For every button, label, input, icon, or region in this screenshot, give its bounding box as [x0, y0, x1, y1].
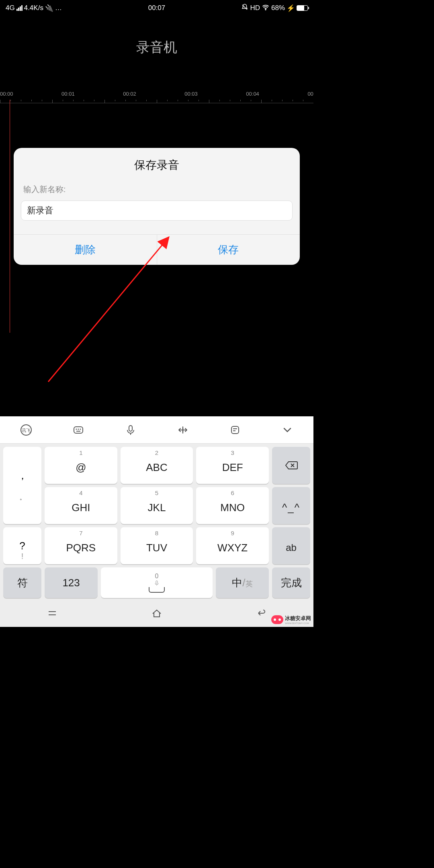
keyboard-mode-icon[interactable]	[70, 422, 86, 438]
playhead	[10, 100, 10, 333]
usb-icon: 🔌	[45, 4, 53, 12]
key-6[interactable]: 6MNO	[196, 487, 269, 524]
charging-icon: ⚡	[287, 4, 295, 12]
key-ab[interactable]: ab	[272, 527, 310, 564]
name-input[interactable]	[21, 201, 293, 221]
delete-button[interactable]: 删除	[14, 235, 157, 265]
battery-icon	[297, 5, 308, 11]
svg-point-6	[78, 428, 79, 430]
key-backspace[interactable]	[272, 447, 310, 484]
backspace-icon	[285, 461, 298, 470]
key-9[interactable]: 9WXYZ	[196, 527, 269, 564]
tl-label: 00:04	[246, 91, 259, 97]
more-dots: …	[55, 4, 62, 12]
net-speed: 4.4K/s	[24, 4, 43, 12]
wifi-icon	[262, 4, 270, 13]
save-button[interactable]: 保存	[157, 235, 300, 265]
signal-icon	[16, 5, 23, 11]
keyboard-toolbar: 讯飞	[0, 416, 313, 444]
svg-point-7	[80, 428, 81, 430]
nav-back[interactable]	[255, 607, 267, 621]
system-navbar	[0, 601, 313, 627]
tl-label: 00:05	[307, 91, 313, 97]
hd-label: HD	[250, 4, 260, 12]
save-dialog: 保存录音 输入新名称: 删除 保存	[14, 148, 300, 265]
key-4[interactable]: 4GHI	[45, 487, 117, 524]
tl-label: 00:01	[61, 91, 75, 97]
svg-rect-14	[156, 581, 158, 583]
key-symbols[interactable]: 符	[3, 567, 41, 598]
svg-rect-9	[129, 426, 132, 431]
key-5[interactable]: 5JKL	[121, 487, 193, 524]
clipboard-icon[interactable]	[227, 422, 243, 438]
key-digits[interactable]: 123	[45, 567, 98, 598]
cursor-move-icon[interactable]	[175, 422, 191, 438]
key-punct-1[interactable]: ， 。	[3, 447, 41, 524]
key-3[interactable]: 3DEF	[196, 447, 269, 484]
svg-point-0	[265, 9, 266, 10]
tl-label: 00:02	[123, 91, 136, 97]
key-8[interactable]: 8TUV	[121, 527, 193, 564]
svg-text:讯飞: 讯飞	[22, 428, 31, 433]
mic-icon[interactable]	[123, 422, 139, 438]
key-space[interactable]: 0	[101, 567, 213, 598]
watermark-icon	[271, 615, 283, 624]
keyboard: 讯飞 ， 。 1@ 2ABC 3DEF 4GHI 5JKL 6MN	[0, 416, 313, 627]
key-2[interactable]: 2ABC	[121, 447, 193, 484]
timeline: 00:00 00:01 00:02 00:03 00:04 00:05	[0, 91, 313, 103]
dialog-title: 保存录音	[14, 158, 300, 173]
key-emoji[interactable]: ^_^	[272, 487, 310, 524]
nav-recents[interactable]	[46, 607, 58, 621]
nav-home[interactable]	[151, 607, 163, 621]
dialog-prompt: 输入新名称:	[23, 184, 300, 195]
ime-logo-icon[interactable]: 讯飞	[18, 422, 34, 438]
watermark: 冰糖安卓网 WWW.BIXTDMY.COM	[271, 615, 311, 624]
battery-pct: 68%	[271, 4, 285, 12]
dnd-icon	[241, 4, 248, 13]
status-bar: 4G 4.4K/s 🔌 … 00:07 HD 68% ⚡	[0, 0, 313, 16]
key-lang[interactable]: 中/英	[216, 567, 269, 598]
key-1[interactable]: 1@	[45, 447, 117, 484]
page-title: 录音机	[0, 38, 313, 57]
svg-rect-4	[74, 427, 83, 433]
svg-point-5	[76, 428, 77, 430]
collapse-keyboard-icon[interactable]	[279, 422, 295, 438]
status-time: 00:07	[148, 4, 166, 12]
svg-rect-11	[231, 426, 239, 434]
key-done[interactable]: 完成	[272, 567, 310, 598]
mic-small-icon	[154, 580, 160, 586]
tl-label: 00:00	[0, 91, 13, 97]
tl-label: 00:03	[184, 91, 198, 97]
network-type: 4G	[6, 4, 15, 12]
key-punct-q[interactable]: ?!	[3, 527, 41, 564]
key-7[interactable]: 7PQRS	[45, 527, 117, 564]
